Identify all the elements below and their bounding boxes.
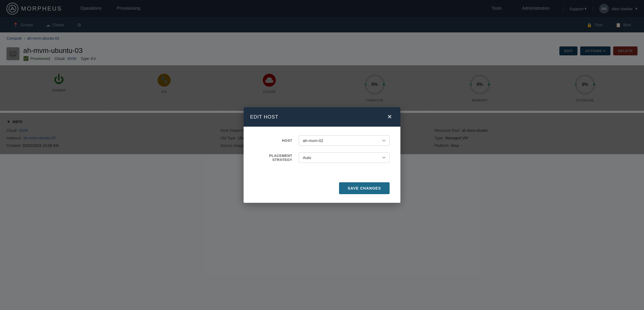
host-select[interactable]: ah-mvm-01 ah-mvm-02 ah-mvm-03 xyxy=(299,135,390,146)
modal-header: EDIT HOST ✕ xyxy=(244,107,400,127)
host-label: HOST xyxy=(254,139,292,143)
modal-body: HOST ah-mvm-01 ah-mvm-02 ah-mvm-03 PLACE… xyxy=(244,127,400,154)
modal-title: EDIT HOST xyxy=(250,114,278,120)
placement-form-row: PLACEMENT STRATEGY Auto Manual xyxy=(254,152,390,154)
placement-select[interactable]: Auto Manual xyxy=(299,152,390,154)
host-form-row: HOST ah-mvm-01 ah-mvm-02 ah-mvm-03 xyxy=(254,135,390,146)
modal-close-button[interactable]: ✕ xyxy=(385,113,394,121)
modal-overlay[interactable]: EDIT HOST ✕ HOST ah-mvm-01 ah-mvm-02 ah-… xyxy=(0,0,644,154)
edit-host-modal: EDIT HOST ✕ HOST ah-mvm-01 ah-mvm-02 ah-… xyxy=(244,107,400,154)
placement-label: PLACEMENT STRATEGY xyxy=(254,154,292,154)
